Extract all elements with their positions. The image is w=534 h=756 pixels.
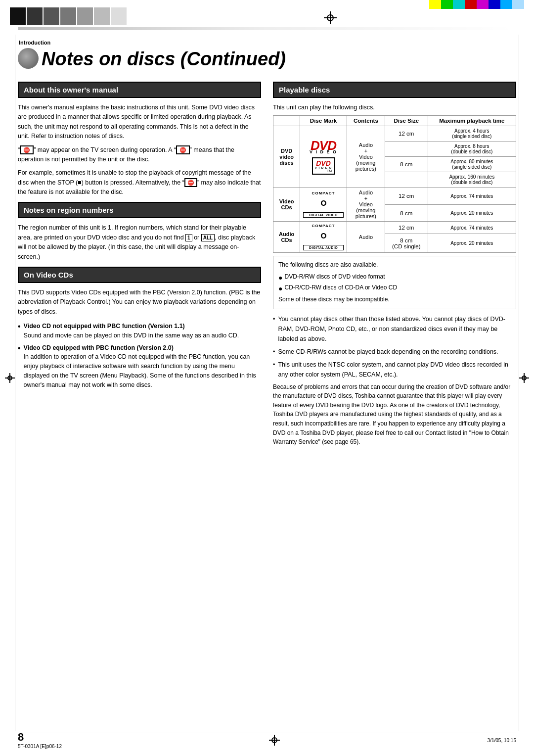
also-item-2-text: CD-R/CD-RW discs of CD-DA or Video CD [284,283,397,292]
acd-size-8cm: 8 cm(CD single) [385,234,428,253]
bullet-note-1: • [273,314,275,344]
bottom-notes: • You cannot play discs other than those… [273,314,516,447]
acd-row-label: AudioCDs [273,222,300,253]
acd-disc-graphic: ⚬ [303,228,344,244]
video-cds-heading: On Video CDs [18,267,261,283]
region-icon2: ALL [201,234,215,241]
page-title-text: Notes on discs (Continued) [42,48,286,70]
acd-time-8cm: Approx. 20 minutes [428,234,516,253]
black-block-6 [94,7,110,25]
color-lightblue [500,0,512,9]
acd-contents: Audio [347,222,385,253]
also-item-1: ● DVD-R/RW discs of DVD video format [278,272,511,283]
dvd-size-12cm-b [385,142,428,157]
main-columns: About this owner's manual This owner's m… [18,82,516,447]
vcd-digital-video-label: DIGITAL VIDEO [303,212,344,218]
about-manual-heading: About this owner's manual [18,82,261,98]
playable-discs-intro: This unit can play the following discs. [273,103,516,112]
also-item-2: ● CD-R/CD-RW discs of CD-DA or Video CD [278,283,511,294]
th-max-time: Maximum playback time [428,116,516,126]
prohibited-icon2: ⛔ [176,145,190,154]
crosshair-circle [327,14,334,21]
right-column: Playable discs This unit can play the fo… [273,82,516,447]
table-row-acd: AudioCDs COMPACT ⚬ DIGITAL AUDIO Audio 1… [273,222,516,234]
th-disc-type [273,116,300,126]
playable-discs-heading: Playable discs [273,82,516,98]
dvd-time-8cm-single: Approx. 80 minutes(single sided disc) [428,157,516,172]
color-cyan [453,0,465,9]
black-block-7 [111,7,127,25]
bottom-note-1-text: You cannot play discs other than those l… [278,314,516,344]
about-manual-section: About this owner's manual This owner's m… [18,82,261,197]
rcc [522,376,527,380]
page-title: Notes on discs (Continued) [18,48,516,70]
footer-center-crosshair [269,735,280,746]
acd-logo: COMPACT ⚬ DIGITAL AUDIO [303,224,344,250]
footer-date: 3/1/05, 10:15 [488,738,516,743]
header-gradient-line [18,27,516,30]
dvd-small-sub: V I D E O [315,166,332,169]
region-numbers-body: The region number of this unit is 1. If … [18,223,261,262]
also-available-box: The following discs are also available. … [273,256,516,309]
right-crosshair-inner [519,373,529,383]
bottom-note-3: • This unit uses the NTSC color system, … [273,360,516,379]
region-icon1: 1 [185,234,192,241]
bottom-crosshair [269,735,280,746]
color-red [465,0,477,9]
bottom-note-1: • You cannot play discs other than those… [273,314,516,344]
black-block-2 [27,7,43,25]
about-para3: For example, sometimes it is unable to s… [18,168,261,197]
dvd-time-12cm-double: Approx. 8 hours(double sided disc) [428,142,516,157]
section-label: Introduction [19,40,516,46]
left-vertical-line [15,35,15,731]
table-row-dvd: DVDvideodiscs DVD V I D E O DVD V I D E [273,126,516,142]
dvd-time-8cm-double: Approx. 160 minutes(double sided disc) [428,172,516,188]
about-manual-body: This owner's manual explains the basic i… [18,103,261,197]
left-crosshair [5,373,15,383]
vcd-disc-graphic: ⚬ [303,195,344,211]
vcd-contents: Audio+Video(movingpictures) [347,188,385,222]
black-block-1 [10,7,26,25]
vcd-time-12cm: Approx. 74 minutes [428,188,516,205]
crosshair-center [324,11,337,24]
acd-size-12cm: 12 cm [385,222,428,234]
th-contents: Contents [347,116,385,126]
bullet-note-3: • [273,360,275,379]
footer-code: 5T-0301A [E]p06-12 [18,744,62,749]
th-disc-mark: Disc Mark [300,116,347,126]
bullet-dot-2: • [18,343,21,390]
dvd-time-12cm-single: Approx. 4 hours(single sided disc) [428,126,516,142]
region-para1: The region number of this unit is 1. If … [18,223,261,262]
page-content: Introduction Notes on discs (Continued) … [0,35,534,731]
dvd-contents: Audio+Video(movingpictures) [347,126,385,188]
dvd-logo-small-box: DVD V I D E O TM [312,157,335,175]
about-para1: This owner's manual explains the basic i… [18,103,261,142]
video-cds-para1: This DVD supports Video CDs equipped wit… [18,288,261,317]
left-crosshair-inner [5,373,15,383]
region-numbers-section: Notes on region numbers The region numbe… [18,202,261,262]
video-cds-body: This DVD supports Video CDs equipped wit… [18,288,261,317]
vcd-logo: COMPACT ⚬ DIGITAL VIDEO [303,191,344,218]
black-block-4 [60,7,76,25]
pbc-bullet1-title: Video CD not equipped with PBC function … [24,323,185,330]
top-bar [0,0,534,27]
also-item-3: Some of these discs may be incompatible. [278,295,511,304]
pbc-bullet1-text: Sound and movie can be played on this DV… [24,332,239,339]
color-blue [489,0,500,9]
prohibited-icon3: ⛔ [184,178,197,187]
color-pale [512,0,524,9]
region-numbers-heading: Notes on region numbers [18,202,261,218]
vcd-time-8cm: Approx. 20 minutes [428,204,516,222]
dvd-logo-small: DVD V I D E O TM [303,157,344,175]
disc-table: Disc Mark Contents Disc Size Maximum pla… [273,115,516,253]
circle-bullet-1: ● [278,272,282,283]
lcc [7,376,12,380]
acd-digital-audio-label: DIGITAL AUDIO [303,245,344,250]
page-footer: 8 5T-0301A [E]p06-12 3/1/05, 10:15 [0,731,534,749]
th-disc-size: Disc Size [385,116,428,126]
video-cds-section: On Video CDs This DVD supports Video CDs… [18,267,261,389]
dvd-size-8cm-b [385,172,428,188]
playable-discs-section: Playable discs This unit can play the fo… [273,82,516,447]
bottom-note-2-text: Some CD-R/RWs cannot be played back depe… [278,347,498,357]
bullet-note-2: • [273,347,275,357]
